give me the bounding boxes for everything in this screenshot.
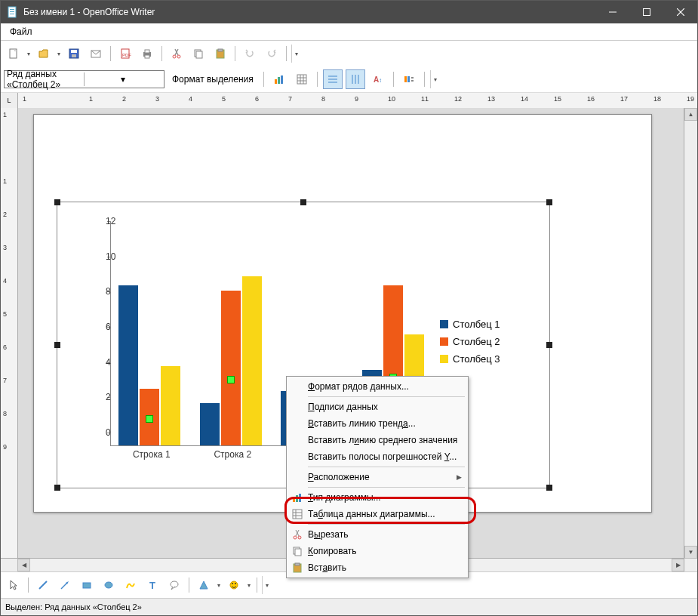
bar[interactable] (200, 403, 220, 445)
ellipse-tool[interactable] (99, 575, 118, 595)
cm-data-labels[interactable]: Подписи данных (287, 399, 468, 415)
bar[interactable] (118, 285, 138, 445)
scroll-up-button[interactable]: ▲ (684, 108, 697, 121)
freeform-tool[interactable] (121, 575, 140, 595)
resize-handle[interactable] (546, 199, 552, 205)
redo-button[interactable] (262, 44, 281, 63)
rect-tool[interactable] (77, 575, 97, 595)
svg-rect-12 (72, 54, 76, 57)
scroll-down-button[interactable]: ▼ (684, 546, 697, 559)
svg-rect-27 (281, 75, 283, 84)
svg-rect-43 (411, 77, 414, 79)
svg-rect-66 (295, 549, 301, 556)
legend-item[interactable]: Столбец 1 (440, 319, 527, 330)
chart-type-button[interactable] (269, 69, 289, 89)
paste-button[interactable] (211, 44, 230, 63)
selection-combo[interactable]: Ряд данных «Столбец 2» ▾ (4, 70, 165, 88)
format-selection-button[interactable]: Формат выделения (168, 74, 258, 85)
basic-shapes-tool[interactable] (194, 575, 214, 595)
horizontal-ruler[interactable]: 112345678910111213141516171819 (18, 93, 697, 109)
arrow-tool[interactable] (55, 575, 75, 595)
legend-swatch (440, 337, 448, 346)
vgrid-button[interactable] (346, 69, 365, 89)
chart-data-button[interactable] (292, 69, 312, 89)
line-tool[interactable] (33, 575, 53, 595)
print-button[interactable] (137, 44, 157, 63)
copy-button[interactable] (189, 44, 208, 63)
svg-rect-18 (145, 55, 149, 58)
legend-item[interactable]: Столбец 2 (440, 336, 527, 347)
new-button[interactable] (4, 44, 23, 63)
close-button[interactable] (663, 1, 697, 23)
cut-button[interactable] (167, 44, 186, 63)
maximize-button[interactable] (629, 1, 663, 23)
save-button[interactable] (64, 44, 84, 63)
copy-icon (290, 545, 305, 557)
svg-rect-11 (71, 50, 77, 53)
cm-copy[interactable]: Копировать (287, 543, 468, 559)
menubar: Файл (1, 23, 697, 41)
resize-handle[interactable] (54, 199, 60, 205)
vertical-scrollbar[interactable]: ▲ ▼ (684, 108, 697, 571)
resize-handle[interactable] (546, 485, 552, 491)
undo-button[interactable] (240, 44, 260, 63)
resize-handle[interactable] (54, 485, 60, 491)
resize-handle[interactable] (300, 199, 306, 205)
svg-point-51 (171, 581, 178, 587)
cm-chart-type[interactable]: Тип диаграммы... (287, 489, 468, 506)
bar[interactable] (161, 366, 180, 445)
symbol-shapes-tool[interactable] (224, 575, 244, 595)
cm-insert-error[interactable]: Вставить полосы погрешностей Y... (287, 448, 468, 465)
svg-point-19 (173, 55, 176, 58)
cm-format-series[interactable]: Формат рядов данных... (287, 378, 468, 395)
hgrid-button[interactable] (323, 69, 343, 89)
format-toolbar-overflow[interactable]: ▾ (430, 70, 440, 88)
cm-data-table[interactable]: Таблица данных диаграммы... (287, 506, 468, 522)
scroll-left-button[interactable]: ◀ (17, 559, 30, 571)
menu-file[interactable]: Файл (5, 25, 37, 38)
legend-item[interactable]: Столбец 3 (440, 353, 527, 365)
cm-cut[interactable]: Вырезать (287, 526, 468, 543)
svg-rect-56 (293, 497, 295, 502)
email-button[interactable] (86, 44, 106, 63)
svg-rect-28 (297, 75, 306, 84)
svg-rect-58 (299, 494, 301, 502)
cm-insert-mean[interactable]: Вставить линию среднего значения (287, 432, 468, 448)
legend-swatch (440, 320, 448, 328)
svg-point-54 (232, 583, 233, 584)
legend-button[interactable] (399, 69, 419, 89)
callout-tool[interactable] (165, 575, 184, 595)
bar[interactable] (221, 291, 241, 445)
ruler-corner: L (1, 93, 18, 109)
toolbar-overflow[interactable]: ▾ (291, 45, 301, 63)
legend-label: Столбец 2 (453, 336, 500, 347)
resize-handle[interactable] (546, 342, 552, 348)
bar[interactable] (140, 389, 159, 445)
paste-icon (290, 562, 305, 574)
svg-point-64 (298, 536, 301, 539)
bar[interactable] (242, 276, 262, 445)
new-dropdown[interactable]: ▾ (26, 45, 32, 63)
text-tool[interactable]: T (143, 575, 162, 595)
svg-rect-26 (278, 77, 280, 84)
axis-labels-button[interactable]: A↕ (368, 69, 388, 89)
legend-label: Столбец 1 (453, 319, 500, 330)
cut-icon (290, 528, 305, 541)
svg-point-63 (294, 536, 297, 539)
vertical-ruler[interactable]: 1123456789 (1, 108, 18, 558)
open-button[interactable] (34, 44, 54, 63)
select-tool[interactable] (4, 575, 23, 595)
cm-insert-trend[interactable]: Вставить линию тренда... (287, 415, 468, 432)
titlebar: Без имени 1 - OpenOffice Writer (1, 1, 697, 23)
context-menu: Формат рядов данных... Подписи данных Вс… (286, 376, 469, 578)
cm-arrangement[interactable]: Расположение▶ (287, 469, 468, 485)
pdf-export-button[interactable]: PDF (115, 44, 135, 63)
resize-handle[interactable] (54, 342, 60, 348)
cm-paste[interactable]: Вставить (287, 559, 468, 576)
format-toolbar: Ряд данных «Столбец 2» ▾ Формат выделени… (1, 66, 697, 93)
minimize-button[interactable] (595, 1, 629, 23)
svg-text:PDF: PDF (122, 53, 131, 57)
draw-toolbar-overflow[interactable]: ▾ (262, 576, 272, 594)
scroll-right-button[interactable]: ▶ (672, 559, 684, 571)
open-dropdown[interactable]: ▾ (56, 45, 62, 63)
